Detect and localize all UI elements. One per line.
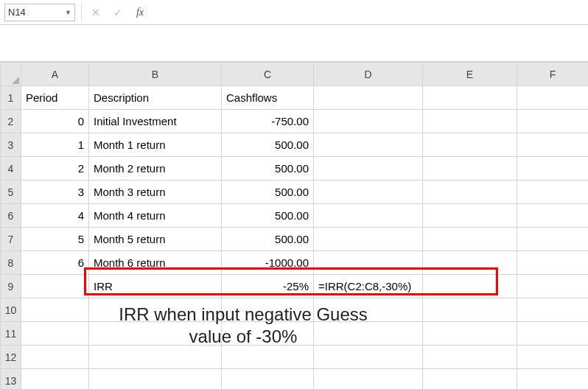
cell[interactable] — [423, 133, 517, 157]
cell[interactable] — [314, 86, 423, 110]
cell[interactable] — [314, 322, 423, 346]
cell[interactable]: =IRR(C2:C8,-30%) — [314, 275, 423, 298]
cell[interactable]: 5 — [21, 228, 89, 251]
cell[interactable]: Month 6 return — [89, 251, 222, 275]
cell[interactable] — [517, 110, 589, 133]
cell[interactable] — [517, 369, 589, 390]
col-header-B[interactable]: B — [89, 63, 222, 86]
col-header-A[interactable]: A — [21, 63, 89, 86]
cell[interactable] — [423, 110, 517, 133]
cell[interactable] — [89, 298, 222, 322]
cell[interactable] — [423, 157, 517, 181]
cell[interactable]: IRR — [89, 275, 222, 298]
cell[interactable]: Initial Investment — [89, 110, 222, 133]
cell[interactable] — [423, 204, 517, 228]
col-header-F[interactable]: F — [517, 63, 589, 86]
cell[interactable] — [314, 298, 423, 322]
cell[interactable]: 2 — [21, 157, 89, 181]
row-header[interactable]: 4 — [1, 157, 21, 181]
cell[interactable] — [222, 369, 314, 390]
cell[interactable] — [423, 346, 517, 369]
cell[interactable] — [517, 346, 589, 369]
cell[interactable] — [21, 275, 89, 298]
cell[interactable] — [517, 86, 589, 110]
cell[interactable] — [517, 228, 589, 251]
row-header[interactable]: 1 — [1, 86, 21, 110]
cell[interactable] — [517, 275, 589, 298]
cell[interactable]: Month 2 return — [89, 157, 222, 181]
cell[interactable]: Month 1 return — [89, 133, 222, 157]
cell[interactable] — [314, 133, 423, 157]
cell[interactable] — [21, 298, 89, 322]
cell[interactable] — [314, 181, 423, 204]
cell[interactable]: Period — [21, 86, 89, 110]
col-header-E[interactable]: E — [423, 63, 517, 86]
cell[interactable] — [423, 181, 517, 204]
cell[interactable] — [314, 251, 423, 275]
cell[interactable] — [89, 322, 222, 346]
row-header[interactable]: 8 — [1, 251, 21, 275]
cell[interactable] — [517, 133, 589, 157]
worksheet[interactable]: A B C D E F 1 Period Description Cashflo… — [0, 62, 588, 389]
row-header[interactable]: 10 — [1, 298, 21, 322]
select-all-corner[interactable] — [1, 63, 21, 86]
cell[interactable] — [222, 298, 314, 322]
formula-input[interactable] — [154, 4, 584, 21]
cell[interactable]: 0 — [21, 110, 89, 133]
cell[interactable] — [314, 204, 423, 228]
cell[interactable] — [21, 369, 89, 390]
cell[interactable] — [423, 275, 517, 298]
cell[interactable]: 500.00 — [222, 228, 314, 251]
row-header[interactable]: 12 — [1, 346, 21, 369]
row-header[interactable]: 11 — [1, 322, 21, 346]
cell[interactable] — [517, 298, 589, 322]
cell[interactable]: 500.00 — [222, 157, 314, 181]
cell[interactable]: 500.00 — [222, 204, 314, 228]
col-header-C[interactable]: C — [222, 63, 314, 86]
cell[interactable] — [423, 369, 517, 390]
cell[interactable] — [222, 346, 314, 369]
cell[interactable]: Cashflows — [222, 86, 314, 110]
row-header[interactable]: 5 — [1, 181, 21, 204]
cell[interactable]: Description — [89, 86, 222, 110]
cell[interactable]: 1 — [21, 133, 89, 157]
name-box[interactable]: N14 ▼ — [4, 4, 75, 21]
cell[interactable] — [423, 298, 517, 322]
cell[interactable]: 500.00 — [222, 181, 314, 204]
cell[interactable] — [423, 322, 517, 346]
cell[interactable] — [423, 86, 517, 110]
cell[interactable] — [89, 369, 222, 390]
cell[interactable] — [314, 346, 423, 369]
row-header[interactable]: 13 — [1, 369, 21, 390]
cell[interactable]: 3 — [21, 181, 89, 204]
row-header[interactable]: 7 — [1, 228, 21, 251]
cell[interactable] — [314, 110, 423, 133]
row-header[interactable]: 9 — [1, 275, 21, 298]
cell[interactable] — [517, 181, 589, 204]
cell[interactable]: Month 4 return — [89, 204, 222, 228]
cell[interactable] — [517, 157, 589, 181]
fx-icon[interactable]: fx — [132, 4, 148, 21]
cell[interactable] — [314, 369, 423, 390]
cell[interactable] — [21, 346, 89, 369]
cell[interactable]: -25% — [222, 275, 314, 298]
cell[interactable] — [21, 322, 89, 346]
cell[interactable] — [517, 322, 589, 346]
cell[interactable]: -750.00 — [222, 110, 314, 133]
cell[interactable]: Month 5 return — [89, 228, 222, 251]
row-header[interactable]: 2 — [1, 110, 21, 133]
cell[interactable] — [423, 251, 517, 275]
chevron-down-icon[interactable]: ▼ — [65, 9, 71, 16]
cell[interactable] — [222, 322, 314, 346]
row-header[interactable]: 6 — [1, 204, 21, 228]
cell[interactable]: 500.00 — [222, 133, 314, 157]
cell[interactable] — [517, 204, 589, 228]
cell[interactable]: 4 — [21, 204, 89, 228]
cell[interactable] — [89, 346, 222, 369]
cell[interactable] — [517, 251, 589, 275]
cell[interactable] — [314, 157, 423, 181]
cell[interactable] — [423, 228, 517, 251]
row-header[interactable]: 3 — [1, 133, 21, 157]
cell[interactable] — [314, 228, 423, 251]
cell[interactable]: Month 3 return — [89, 181, 222, 204]
